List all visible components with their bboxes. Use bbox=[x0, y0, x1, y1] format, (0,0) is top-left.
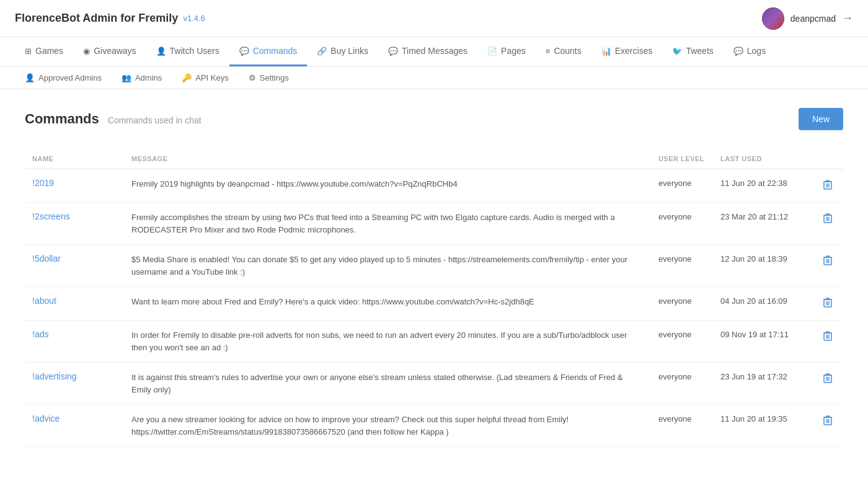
nav-label-timed-messages: Timed Messages bbox=[402, 46, 467, 56]
command-message: Are you a new streamer looking for advic… bbox=[131, 415, 569, 436]
nav-item-commands[interactable]: 💬 Commands bbox=[229, 37, 308, 66]
nav-item-approved-admins[interactable]: 👤 Approved Admins bbox=[15, 67, 112, 89]
command-name[interactable]: !2019 bbox=[32, 178, 54, 188]
col-header-lastused: LAST USED bbox=[713, 149, 812, 169]
table-header: NAME MESSAGE USER LEVEL LAST USED bbox=[25, 149, 843, 169]
delete-command-button[interactable] bbox=[820, 329, 836, 345]
brand-version: v1.4.6 bbox=[183, 14, 205, 23]
trash-icon bbox=[823, 255, 832, 265]
trash-icon bbox=[823, 213, 832, 223]
nav-label-exercises: Exercises bbox=[615, 46, 653, 56]
avatar-image bbox=[762, 7, 784, 30]
main-content: Commands Commands used in chat New NAME … bbox=[0, 89, 868, 466]
table-row: !2screens Fremily accomplishes the strea… bbox=[25, 203, 843, 245]
col-header-message: MESSAGE bbox=[124, 149, 651, 169]
new-command-button[interactable]: New bbox=[799, 108, 843, 130]
trash-icon bbox=[823, 179, 832, 190]
delete-command-button[interactable] bbox=[820, 211, 836, 227]
command-name[interactable]: !ads bbox=[32, 329, 48, 339]
table-row: !ads In order for Fremily to disable pre… bbox=[25, 321, 843, 363]
nav-label-buy-links: Buy Links bbox=[330, 46, 368, 56]
gear-icon: ⚙ bbox=[249, 73, 256, 82]
username: deanpcmad bbox=[790, 14, 836, 24]
admins-icon: 👥 bbox=[122, 73, 131, 82]
delete-command-button[interactable] bbox=[820, 296, 836, 311]
table-row: !advertising It is against this stream's… bbox=[25, 363, 843, 405]
command-userlevel: everyone bbox=[658, 179, 691, 188]
command-userlevel: everyone bbox=[658, 414, 691, 423]
table-body: !2019 Fremily 2019 highlights by deanpcm… bbox=[25, 169, 843, 447]
command-lastused: 11 Jun 20 at 22:38 bbox=[720, 179, 787, 188]
nav-item-twitch-users[interactable]: 👤 Twitch Users bbox=[146, 37, 229, 66]
nav-item-pages[interactable]: 📄 Pages bbox=[477, 37, 536, 66]
command-name[interactable]: !about bbox=[32, 296, 56, 306]
commands-table: NAME MESSAGE USER LEVEL LAST USED !2019 … bbox=[25, 149, 843, 447]
grid-icon: ⊞ bbox=[25, 46, 32, 56]
command-message: In order for Fremily to disable pre-roll… bbox=[131, 330, 627, 352]
bar-icon: 📊 bbox=[601, 46, 611, 56]
page-header: Commands Commands used in chat New bbox=[25, 108, 843, 130]
command-message: Fremily 2019 highlights by deanpcmad - h… bbox=[131, 179, 458, 188]
col-header-userlevel: USER LEVEL bbox=[651, 149, 713, 169]
nav-item-timed-messages[interactable]: 💬 Timed Messages bbox=[378, 37, 477, 66]
twitter-icon: 🐦 bbox=[672, 46, 682, 56]
chat-icon: 💬 bbox=[239, 46, 249, 56]
delete-command-button[interactable] bbox=[820, 371, 836, 387]
nav-label-approved-admins: Approved Admins bbox=[38, 73, 102, 82]
command-lastused: 23 Jun 19 at 17:32 bbox=[720, 372, 787, 381]
delete-command-button[interactable] bbox=[820, 254, 836, 269]
table-row: !advice Are you a new streamer looking f… bbox=[25, 405, 843, 447]
nav-label-admins: Admins bbox=[135, 73, 162, 82]
command-lastused: 23 Mar 20 at 21:12 bbox=[720, 212, 788, 221]
command-userlevel: everyone bbox=[658, 372, 691, 381]
trash-icon bbox=[823, 415, 832, 425]
command-lastused: 12 Jun 20 at 18:39 bbox=[720, 254, 787, 264]
command-message: $5 Media Share is enabled! You can donat… bbox=[131, 255, 627, 277]
trash-icon bbox=[823, 330, 832, 341]
primary-nav: ⊞ Games ◉ Giveaways 👤 Twitch Users 💬 Com… bbox=[0, 37, 868, 67]
page-title: Commands bbox=[25, 111, 99, 127]
nav-label-pages: Pages bbox=[501, 46, 526, 56]
command-lastused: 09 Nov 19 at 17:11 bbox=[720, 330, 789, 339]
command-lastused: 11 Jun 20 at 19:35 bbox=[720, 414, 787, 423]
nav-label-settings: Settings bbox=[260, 73, 289, 82]
command-name[interactable]: !advertising bbox=[32, 371, 77, 381]
trash-icon bbox=[823, 373, 832, 383]
brand: FlorenceBot Admin for Fremily v1.4.6 bbox=[15, 12, 205, 25]
delete-command-button[interactable] bbox=[820, 178, 836, 193]
command-name[interactable]: !2screens bbox=[32, 211, 70, 221]
command-name[interactable]: !advice bbox=[32, 414, 60, 423]
list-icon: ≡ bbox=[546, 46, 551, 56]
command-userlevel: everyone bbox=[658, 330, 691, 339]
logout-icon[interactable]: → bbox=[842, 12, 853, 25]
nav-item-counts[interactable]: ≡ Counts bbox=[536, 37, 591, 66]
nav-item-buy-links[interactable]: 🔗 Buy Links bbox=[307, 37, 378, 66]
command-userlevel: everyone bbox=[658, 212, 691, 221]
secondary-nav: 👤 Approved Admins 👥 Admins 🔑 API Keys ⚙ … bbox=[0, 67, 868, 89]
nav-item-api-keys[interactable]: 🔑 API Keys bbox=[172, 67, 238, 89]
col-header-name: NAME bbox=[25, 149, 124, 169]
logs-icon: 💬 bbox=[733, 46, 743, 56]
command-lastused: 04 Jun 20 at 16:09 bbox=[720, 296, 787, 306]
nav-item-logs[interactable]: 💬 Logs bbox=[724, 37, 776, 66]
person-icon: ◉ bbox=[83, 46, 90, 56]
command-name[interactable]: !5dollar bbox=[32, 254, 61, 264]
nav-item-tweets[interactable]: 🐦 Tweets bbox=[662, 37, 723, 66]
page-subtitle: Commands used in chat bbox=[108, 115, 202, 125]
link-icon: 🔗 bbox=[317, 46, 327, 56]
approved-icon: 👤 bbox=[25, 73, 35, 82]
nav-item-settings[interactable]: ⚙ Settings bbox=[239, 67, 299, 89]
page-header-left: Commands Commands used in chat bbox=[25, 111, 202, 127]
nav-label-counts: Counts bbox=[554, 46, 581, 56]
delete-command-button[interactable] bbox=[820, 414, 836, 429]
avatar bbox=[762, 7, 784, 30]
table-row: !about Want to learn more about Fred and… bbox=[25, 287, 843, 321]
nav-item-exercises[interactable]: 📊 Exercises bbox=[591, 37, 663, 66]
command-message: It is against this stream's rules to adv… bbox=[131, 373, 623, 394]
command-message: Want to learn more about Fred and Emily?… bbox=[131, 297, 534, 306]
col-header-actions bbox=[812, 149, 843, 169]
nav-item-admins[interactable]: 👥 Admins bbox=[112, 67, 172, 89]
nav-item-giveaways[interactable]: ◉ Giveaways bbox=[73, 37, 146, 66]
nav-item-games[interactable]: ⊞ Games bbox=[15, 37, 73, 66]
table-row: !5dollar $5 Media Share is enabled! You … bbox=[25, 245, 843, 287]
